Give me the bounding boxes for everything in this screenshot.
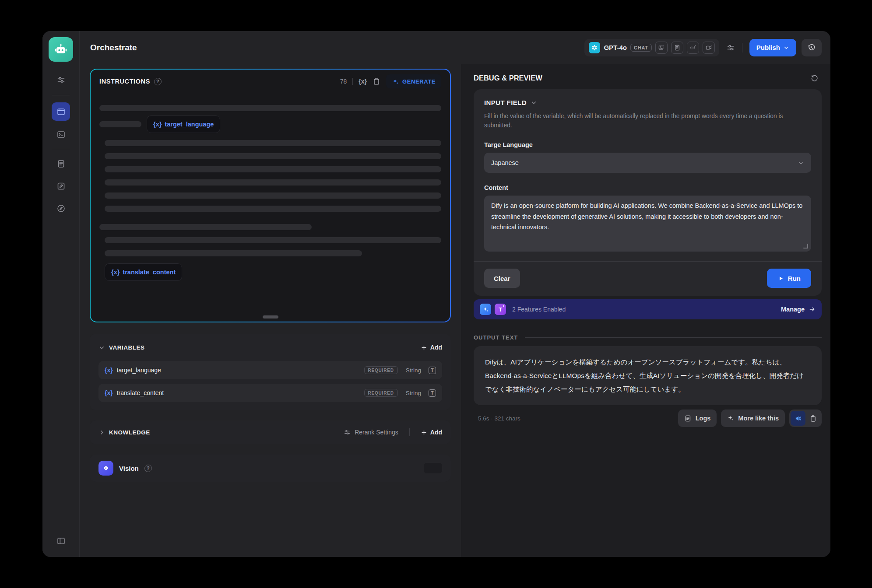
orchestrate-pane: INSTRUCTIONS ? 78 {x}	[80, 64, 461, 557]
file-text-icon	[56, 159, 66, 168]
version-history-button[interactable]	[802, 39, 822, 56]
sidebar-item-orchestrate[interactable]	[52, 102, 70, 121]
skeleton-row: {x} translate_content	[105, 263, 441, 281]
clear-button[interactable]: Clear	[484, 269, 520, 288]
input-field-actions: Clear Run	[474, 262, 822, 296]
model-parameters-button[interactable]	[726, 43, 735, 52]
instructions-panel: INSTRUCTIONS ? 78 {x}	[91, 70, 450, 322]
debug-pane: DEBUG & PREVIEW INPUT FIELD Fill in the	[461, 64, 830, 557]
variable-row[interactable]: {x} target_language REQUIRED String T	[98, 361, 442, 379]
history-icon	[807, 43, 816, 52]
sidebar	[42, 31, 80, 557]
generate-button[interactable]: GENERATE	[386, 74, 441, 88]
output-card: Difyは、AIアプリケーションを構築するためのオープンソースプラットフォームで…	[474, 346, 822, 405]
logs-button[interactable]: Logs	[678, 410, 717, 427]
openai-icon	[591, 44, 598, 52]
sidebar-item-settings[interactable]	[52, 70, 70, 89]
page-title: Orchestrate	[90, 43, 137, 52]
variable-token: {x}	[105, 367, 113, 374]
output-text-label: OUTPUT TEXT	[474, 334, 518, 341]
text-to-speech-letter: T	[499, 306, 502, 313]
vision-toggle[interactable]	[424, 463, 442, 473]
insert-variable-button[interactable]: {x}	[359, 78, 367, 85]
add-variable-button[interactable]: Add	[421, 344, 442, 351]
add-label: Add	[430, 344, 442, 351]
publish-button[interactable]: Publish	[749, 39, 796, 56]
video-capability-icon	[703, 42, 715, 54]
sidebar-item-monitoring[interactable]	[52, 199, 70, 217]
chevron-down-icon	[798, 160, 804, 166]
copy-button[interactable]	[373, 77, 380, 85]
variable-chip-target-language[interactable]: {x} target_language	[147, 116, 220, 133]
knowledge-section: KNOWLEDGE Rerank Settings Add	[90, 420, 451, 444]
text-to-speech-button[interactable]	[791, 411, 805, 426]
panel-left-icon	[56, 536, 66, 546]
rerank-settings-button[interactable]: Rerank Settings	[344, 429, 398, 436]
restart-button[interactable]	[810, 74, 819, 82]
help-icon[interactable]: ?	[154, 78, 162, 85]
resize-handle[interactable]	[263, 315, 278, 318]
model-selector[interactable]: GPT-4o CHAT	[584, 39, 719, 56]
text-type-icon: T	[429, 389, 436, 397]
sliders-icon	[56, 75, 66, 84]
more-like-this-button[interactable]: More like this	[721, 410, 785, 427]
copy-output-button[interactable]	[805, 411, 820, 426]
skeleton-line	[105, 192, 441, 199]
variables-header[interactable]: VARIABLES Add	[98, 338, 442, 357]
skeleton-line	[99, 105, 441, 111]
clipboard-icon	[373, 77, 380, 85]
help-icon[interactable]: ?	[144, 465, 152, 472]
topbar-controls: GPT-4o CHAT	[584, 39, 822, 56]
refresh-icon	[810, 74, 819, 82]
output-footer: 5.6s · 321 chars Logs More like this	[474, 410, 822, 427]
compass-icon	[56, 204, 66, 213]
input-field-header[interactable]: INPUT FIELD	[484, 99, 811, 106]
clear-label: Clear	[494, 275, 510, 282]
variable-chip-translate-content[interactable]: {x} translate_content	[105, 263, 182, 281]
sidebar-item-api-access[interactable]	[52, 125, 70, 144]
variable-row[interactable]: {x} translate_content REQUIRED String T	[98, 384, 442, 402]
sidebar-item-annotations[interactable]	[52, 177, 70, 195]
window-icon	[56, 107, 66, 116]
robot-icon	[54, 43, 67, 56]
variables-section: VARIABLES Add {x} target_language REQUIR…	[90, 334, 451, 410]
required-badge: REQUIRED	[364, 389, 398, 397]
sparkle-icon	[392, 78, 399, 85]
chevron-down-icon	[531, 99, 537, 106]
sidebar-item-logs[interactable]	[52, 154, 70, 173]
output-text: Difyは、AIアプリケーションを構築するためのオープンソースプラットフォームで…	[485, 358, 804, 393]
run-button[interactable]: Run	[767, 269, 811, 288]
textarea-resize-handle[interactable]	[803, 244, 808, 248]
char-count: 78	[340, 78, 347, 85]
topbar-divider	[742, 43, 742, 52]
feature-icon-tts: T	[495, 304, 506, 315]
skeleton-line	[99, 224, 312, 230]
content-textarea[interactable]: Dify is an open-source platform for buil…	[484, 196, 811, 252]
vision-section: Vision ?	[90, 455, 451, 482]
collapse-sidebar-button[interactable]	[52, 532, 70, 550]
features-enabled-text: 2 Features Enabled	[512, 306, 566, 313]
content-split: INSTRUCTIONS ? 78 {x}	[80, 64, 830, 557]
content-value: Dify is an open-source platform for buil…	[491, 202, 802, 231]
chevron-right-icon[interactable]	[98, 429, 105, 436]
output-rule	[525, 337, 822, 338]
variable-token: {x}	[111, 269, 120, 276]
text-type-icon: T	[429, 367, 436, 374]
run-label: Run	[788, 275, 801, 282]
instructions-header: INSTRUCTIONS ? 78 {x}	[99, 70, 441, 93]
app-avatar[interactable]	[49, 37, 73, 62]
variable-token: {x}	[105, 389, 113, 396]
vision-feature-icon	[98, 461, 113, 476]
model-mode-badge: CHAT	[630, 44, 652, 52]
skeleton-line	[105, 206, 441, 212]
openai-logo	[589, 42, 600, 53]
sliders-icon	[726, 43, 735, 52]
prompt-editor[interactable]: {x} target_language	[99, 105, 441, 281]
edit-square-icon	[56, 182, 66, 191]
input-field-description: Fill in the value of the variable, which…	[484, 112, 798, 130]
vision-icon	[102, 464, 110, 472]
add-knowledge-button[interactable]: Add	[421, 429, 442, 436]
target-language-select[interactable]: Japanese	[484, 153, 811, 173]
manage-features-button[interactable]: Manage	[781, 306, 816, 313]
input-field-card: INPUT FIELD Fill in the value of the var…	[474, 89, 822, 296]
